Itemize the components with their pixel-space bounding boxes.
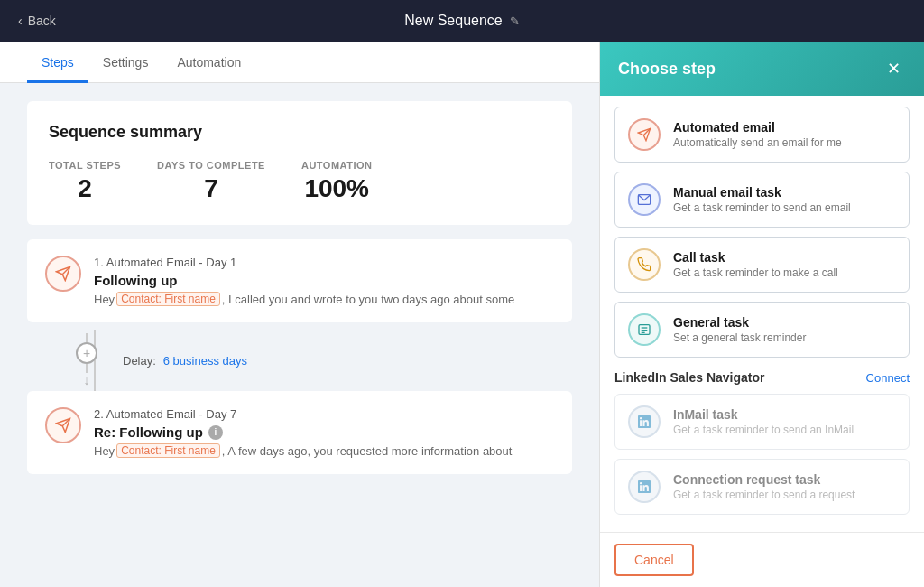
connection-request-icon (628, 471, 661, 503)
manual-email-icon (628, 183, 661, 216)
page-title: New Sequence ✎ (404, 13, 520, 29)
call-task-text: Call task Get a task reminder to make a … (673, 250, 838, 279)
stat-value-automation: 100% (301, 174, 373, 203)
inmail-task-desc: Get a task reminder to send an InMail (673, 424, 854, 436)
add-step-button[interactable]: + (76, 342, 97, 364)
choose-step-title: Choose step (618, 60, 716, 79)
choose-step-header: Choose step ✕ (600, 42, 924, 96)
stat-label-steps: Total Steps (49, 160, 121, 171)
general-task-name: General task (673, 315, 806, 330)
right-panel: Choose step ✕ Automated email Automatica… (599, 42, 924, 587)
manual-email-text: Manual email task Get a task reminder to… (673, 185, 851, 214)
back-button[interactable]: ‹ Back (18, 14, 56, 28)
delay-label: Delay: (123, 354, 156, 368)
option-manual-email[interactable]: Manual email task Get a task reminder to… (614, 172, 910, 228)
inmail-task-text: InMail task Get a task reminder to send … (673, 407, 854, 436)
call-task-name: Call task (673, 250, 838, 265)
stat-label-days: Days to Complete (157, 160, 265, 171)
automated-email-icon (628, 118, 661, 151)
delay-connector: + ↓ Delay: 6 business days (27, 330, 572, 391)
left-panel: Steps Settings Automation Sequence summa… (0, 42, 599, 587)
choose-step-footer: Cancel (600, 532, 924, 587)
linkedin-section-header: LinkedIn Sales Navigator Connect (614, 370, 910, 385)
automated-email-name: Automated email (673, 120, 842, 135)
call-task-icon (628, 248, 661, 281)
delay-info: Delay: 6 business days (123, 353, 247, 368)
cancel-button[interactable]: Cancel (614, 544, 694, 576)
delay-value[interactable]: 6 business days (163, 354, 247, 368)
step-1-preview-prefix: Hey (94, 293, 115, 306)
tab-steps[interactable]: Steps (27, 44, 88, 83)
step-2-preview-suffix: , A few days ago, you requested more inf… (222, 444, 513, 458)
stat-value-days: 7 (157, 174, 265, 203)
sequence-content: Sequence summary Total Steps 2 Days to C… (0, 83, 599, 587)
step-content-2: 2. Automated Email - Day 7 Re: Following… (94, 407, 512, 458)
option-inmail-task: InMail task Get a task reminder to send … (614, 394, 910, 450)
info-icon: i (208, 425, 223, 440)
tab-automation[interactable]: Automation (162, 44, 255, 83)
connection-request-desc: Get a task reminder to send a request (673, 489, 855, 501)
manual-email-name: Manual email task (673, 185, 851, 200)
general-task-icon (628, 313, 661, 346)
call-task-desc: Get a task reminder to make a call (673, 266, 838, 279)
edit-title-icon[interactable]: ✎ (510, 14, 520, 28)
step-2-subject-text: Re: Following up (94, 424, 203, 440)
step-2-preview-prefix: Hey (94, 444, 115, 458)
general-task-text: General task Set a general task reminder (673, 315, 806, 344)
step-card-1[interactable]: 1. Automated Email - Day 1 Following up … (27, 239, 572, 322)
main-layout: Steps Settings Automation Sequence summa… (0, 42, 924, 587)
summary-heading: Sequence summary (49, 123, 550, 142)
step-icon-2 (45, 407, 81, 443)
top-bar: ‹ Back New Sequence ✎ (0, 0, 924, 42)
step-2-title: 2. Automated Email - Day 7 (94, 407, 512, 421)
sequence-title: New Sequence (404, 13, 503, 29)
close-button[interactable]: ✕ (881, 56, 906, 81)
connection-request-text: Connection request task Get a task remin… (673, 472, 855, 501)
step-1-preview-suffix: , I called you and wrote to you two days… (222, 293, 514, 306)
option-connection-request: Connection request task Get a task remin… (614, 459, 910, 515)
inmail-task-icon (628, 405, 661, 438)
step-1-preview: Hey Contact: First name , I called you a… (94, 292, 514, 306)
step-1-title: 1. Automated Email - Day 1 (94, 256, 514, 269)
step-1-contact-token: Contact: First name (116, 292, 220, 306)
connection-request-name: Connection request task (673, 472, 855, 487)
step-2-contact-token: Contact: First name (116, 443, 220, 458)
step-1-subject: Following up (94, 273, 514, 288)
automated-email-text: Automated email Automatically send an em… (673, 120, 842, 149)
stat-label-automation: Automation (301, 160, 373, 171)
stat-days: Days to Complete 7 (157, 160, 265, 203)
general-task-desc: Set a general task reminder (673, 331, 806, 344)
step-content-1: 1. Automated Email - Day 1 Following up … (94, 256, 514, 306)
option-general-task[interactable]: General task Set a general task reminder (614, 302, 910, 358)
stat-automation: Automation 100% (301, 160, 373, 203)
choose-step-body: Automated email Automatically send an em… (600, 96, 924, 532)
option-call-task[interactable]: Call task Get a task reminder to make a … (614, 237, 910, 293)
back-label: Back (28, 14, 56, 28)
back-arrow-icon: ‹ (18, 14, 23, 28)
tab-settings[interactable]: Settings (88, 44, 163, 83)
stat-value-steps: 2 (49, 174, 121, 203)
tabs-bar: Steps Settings Automation (0, 42, 599, 83)
stat-total-steps: Total Steps 2 (49, 160, 121, 203)
step-icon-1 (45, 256, 81, 292)
step-card-2[interactable]: 2. Automated Email - Day 7 Re: Following… (27, 391, 572, 474)
automated-email-desc: Automatically send an email for me (673, 136, 842, 149)
linkedin-title: LinkedIn Sales Navigator (614, 370, 765, 385)
inmail-task-name: InMail task (673, 407, 854, 422)
option-automated-email[interactable]: Automated email Automatically send an em… (614, 107, 910, 163)
summary-card: Sequence summary Total Steps 2 Days to C… (27, 101, 572, 225)
step-2-subject: Re: Following up i (94, 424, 512, 440)
summary-stats: Total Steps 2 Days to Complete 7 Automat… (49, 160, 550, 203)
manual-email-desc: Get a task reminder to send an email (673, 201, 851, 214)
step-2-preview: Hey Contact: First name , A few days ago… (94, 443, 512, 458)
connect-link[interactable]: Connect (866, 371, 910, 385)
